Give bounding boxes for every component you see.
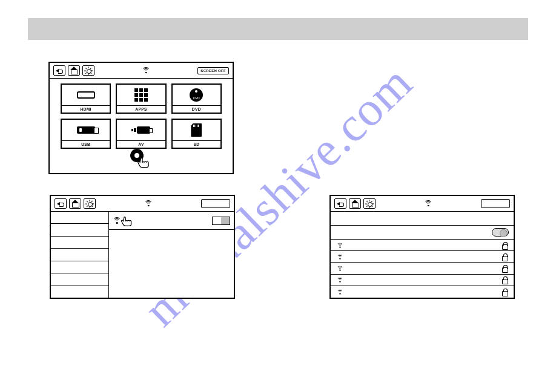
- screen-off-button[interactable]: SCREEN OFF: [197, 67, 229, 74]
- back-button[interactable]: [53, 65, 65, 76]
- back-icon: [337, 201, 344, 207]
- sd-icon: [173, 120, 220, 140]
- wifi-network-row[interactable]: [331, 275, 514, 286]
- sidebar-item[interactable]: [51, 212, 108, 224]
- wifi-list-screenshot: [329, 195, 515, 299]
- wifi-toggle[interactable]: [212, 217, 230, 225]
- lock-icon: [501, 276, 508, 283]
- wifi-master-toggle[interactable]: [492, 228, 509, 237]
- home-button[interactable]: [68, 65, 80, 76]
- tile-hdmi[interactable]: HDMI: [61, 83, 111, 114]
- tile-sd[interactable]: SD: [171, 119, 222, 149]
- home-menu-screenshot: SCREEN OFF HDMI APPS DVD DVD USB AV SD: [48, 62, 234, 174]
- header-right-button[interactable]: [481, 199, 510, 208]
- home-button[interactable]: [69, 198, 81, 209]
- back-icon: [57, 201, 64, 207]
- back-button[interactable]: [55, 198, 67, 209]
- source-grid: HDMI APPS DVD DVD USB AV SD: [50, 79, 233, 149]
- back-icon: [56, 68, 63, 74]
- home-icon: [71, 200, 79, 207]
- tap-hand-icon: [136, 155, 153, 168]
- wifi-network-row[interactable]: [331, 263, 514, 274]
- tile-apps[interactable]: APPS: [116, 83, 166, 114]
- brightness-icon: [366, 200, 373, 207]
- brightness-button[interactable]: [84, 198, 96, 209]
- titlebar: [331, 196, 514, 212]
- status-wifi: [378, 198, 478, 209]
- sidebar-item[interactable]: [51, 249, 108, 261]
- home-button[interactable]: [349, 198, 361, 209]
- apps-icon: [117, 85, 165, 105]
- lock-icon: [501, 253, 508, 260]
- tile-label: SD: [173, 140, 220, 148]
- usb-icon: [62, 120, 110, 140]
- sidebar-item[interactable]: [51, 237, 108, 249]
- titlebar: [51, 196, 234, 212]
- settings-menu-screenshot: [50, 195, 235, 299]
- home-icon: [351, 200, 359, 207]
- wifi-signal-icon: [337, 254, 343, 259]
- status-wifi: [97, 65, 195, 76]
- tile-dvd[interactable]: DVD DVD: [171, 83, 222, 114]
- hdmi-icon: [62, 85, 110, 105]
- tile-label: AV: [117, 140, 165, 148]
- wifi-signal-icon: [337, 266, 343, 270]
- titlebar: SCREEN OFF: [50, 63, 233, 79]
- settings-body: [51, 212, 234, 298]
- sidebar-item[interactable]: [51, 273, 108, 286]
- wifi-signal-icon: [337, 278, 343, 283]
- wifi-signal-icon: [337, 289, 343, 294]
- header-right-button[interactable]: [201, 199, 230, 208]
- wifi-network-row[interactable]: [331, 240, 514, 251]
- wifi-icon: [424, 200, 432, 207]
- status-wifi: [98, 198, 199, 209]
- settings-launcher-row: [50, 149, 233, 168]
- settings-button-with-tap-cursor[interactable]: [129, 149, 153, 168]
- tile-label: DVD: [173, 105, 220, 113]
- wifi-icon: [142, 67, 150, 74]
- tile-label: USB: [62, 140, 110, 148]
- tile-label: APPS: [117, 105, 165, 113]
- tile-av[interactable]: AV: [116, 119, 166, 149]
- wifi-list-body: [331, 212, 514, 298]
- lock-icon: [501, 242, 508, 249]
- brightness-button[interactable]: [82, 65, 94, 76]
- sidebar-item[interactable]: [51, 224, 108, 236]
- tap-hand-icon: [120, 214, 136, 227]
- lock-icon: [501, 265, 508, 272]
- wifi-icon: [144, 200, 153, 207]
- av-icon: [117, 120, 165, 140]
- settings-sidebar: [51, 212, 109, 298]
- sidebar-item[interactable]: [51, 261, 108, 273]
- lock-icon: [501, 289, 508, 295]
- back-button[interactable]: [334, 198, 346, 209]
- wifi-list-header-row: [331, 212, 514, 226]
- home-icon: [70, 67, 78, 74]
- settings-detail: [109, 212, 234, 298]
- tile-usb[interactable]: USB: [61, 119, 111, 149]
- wifi-setting-row[interactable]: [109, 212, 234, 230]
- brightness-button[interactable]: [363, 198, 376, 209]
- dvd-icon: DVD: [173, 85, 220, 105]
- brightness-icon: [85, 67, 92, 74]
- tile-label: HDMI: [62, 105, 110, 113]
- wifi-signal-icon: [337, 243, 343, 247]
- page-header-bar: [28, 18, 528, 40]
- sidebar-item[interactable]: [51, 286, 108, 298]
- wifi-network-row[interactable]: [331, 251, 514, 263]
- brightness-icon: [86, 200, 93, 207]
- wifi-network-row[interactable]: [331, 286, 514, 298]
- wifi-master-toggle-row: [331, 226, 514, 240]
